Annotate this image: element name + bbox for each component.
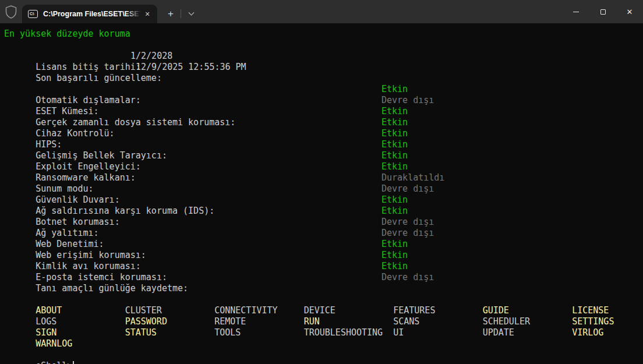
status-row: Ağ yalıtımı: Devre dışı [4, 217, 643, 228]
status-value: Devre dışı [381, 183, 434, 195]
status-value: Devre dışı [381, 95, 434, 106]
status-row: Ransomware kalkanı: Etkin [4, 161, 643, 172]
status-value: Etkin [381, 128, 408, 139]
status-value: Etkin [381, 150, 408, 161]
command-prompt-icon: C:\ [28, 10, 38, 18]
status-value: Etkin [381, 139, 408, 150]
status-row: Botnet koruması: Etkin [4, 206, 643, 217]
minimize-button[interactable] [563, 0, 589, 23]
tab-close-icon[interactable]: ✕ [141, 8, 154, 20]
tab-title-fade [126, 9, 141, 19]
status-value: Etkin [381, 261, 408, 272]
status-row: HIPS: Etkin [4, 128, 643, 139]
status-row: Sunum modu: Duraklatıldı [4, 172, 643, 183]
chevron-down-icon [188, 9, 194, 15]
status-value: Etkin [381, 206, 408, 217]
status-row: ESET Kümesi: Devre dışı [4, 95, 643, 106]
status-row: Ağ saldırısına karşı koruma (IDS): Etkin [4, 195, 643, 206]
status-row: Güvenlik Duvarı: Devre dışı [4, 183, 643, 195]
prompt-label: eShell> [36, 361, 72, 364]
minimize-icon [573, 12, 579, 12]
command-list-row: LOGSPASSWORDREMOTERUNSCANSSCHEDULERSETTI… [4, 305, 643, 316]
status-row: Web Denetimi: Devre dışı [4, 228, 643, 239]
status-value: Devre dışı [381, 228, 434, 239]
maximize-button[interactable] [589, 0, 616, 23]
tab-title: C:\Program Files\ESET\ESET S [43, 9, 141, 19]
status-value: Devre dışı [381, 217, 434, 228]
status-row: Cihaz Kontrolü: Etkin [4, 117, 643, 128]
new-tab-button[interactable]: + [161, 5, 181, 23]
status-value: Duraklatıldı [381, 172, 444, 183]
status-row: Exploit Engelleyici: Etkin [4, 150, 643, 161]
status-value: Etkin [381, 250, 408, 261]
command-list-row: WARNLOG [4, 327, 643, 338]
shield-icon [0, 0, 22, 23]
prompt-row[interactable]: eShell> [4, 349, 643, 361]
status-row: Web erişimi koruması: Etkin [4, 239, 643, 250]
last-update-value: 12/9/2025 12:55:36 PM [136, 62, 246, 73]
license-expiry-value: 1/2/2028 [130, 51, 172, 62]
status-value: Etkin [381, 84, 408, 95]
status-row: Otomatik dışlamalar: Etkin [4, 84, 643, 95]
close-button[interactable]: ✕ [616, 0, 643, 23]
text-cursor [73, 361, 74, 364]
last-update-row: Son başarılı güncelleme: 12/9/2025 12:55… [4, 62, 643, 73]
status-value: Etkin [381, 161, 408, 172]
status-value: Devre dışı [381, 272, 434, 283]
titlebar[interactable]: C:\ C:\Program Files\ESET\ESET S ✕ + ✕ [0, 0, 643, 23]
status-value: Etkin [381, 106, 408, 117]
tab-eshell[interactable]: C:\ C:\Program Files\ESET\ESET S ✕ [22, 5, 157, 23]
terminal-window: C:\ C:\Program Files\ESET\ESET S ✕ + ✕ E… [0, 0, 643, 364]
command-list-row: SIGNSTATUSTOOLSTROUBLESHOOTINGUIUPDATEVI… [4, 316, 643, 327]
status-row: Gelişmiş Bellek Tarayıcı: Etkin [4, 139, 643, 150]
status-row: E-posta istemci koruması: Etkin [4, 261, 643, 272]
status-row: Tanı amaçlı günlüğe kaydetme: Devre dışı [4, 272, 643, 283]
maximize-icon [600, 9, 606, 15]
terminal-output[interactable]: En yüksek düzeyde koruma Lisans bitiş ta… [0, 23, 643, 364]
titlebar-drag-region[interactable] [201, 0, 563, 23]
status-value: Etkin [381, 239, 408, 250]
status-value: Etkin [381, 117, 408, 128]
protection-status-heading: En yüksek düzeyde koruma [4, 29, 643, 40]
license-expiry-row: Lisans bitiş tarihi: 1/2/2028 [4, 51, 643, 62]
command-list-row: ABOUTCLUSTERCONNECTIVITYDEVICEFEATURESGU… [4, 294, 643, 305]
status-row: Gerçek zamanlı dosya sistemi koruması: E… [4, 106, 643, 117]
status-value: Etkin [381, 195, 408, 206]
tab-dropdown-button[interactable] [181, 5, 201, 23]
status-row: Kimlik avı koruması: Etkin [4, 250, 643, 261]
